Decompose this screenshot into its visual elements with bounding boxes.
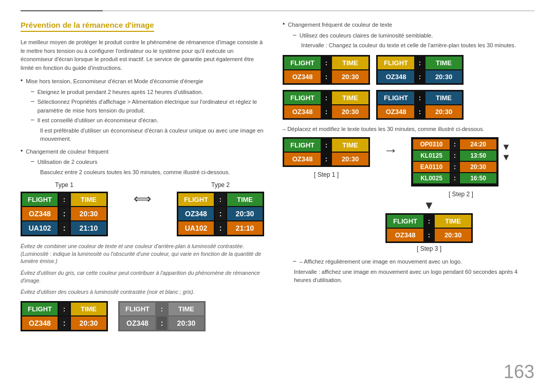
right-sub1: – Utilisez des couleurs claires de lumin… xyxy=(293,31,534,40)
bottom-boards: FLIGHT : TIME OZ348 : 20:30 FLIGHT : xyxy=(21,301,267,331)
arrow-down-1: ▼ xyxy=(502,142,511,152)
board1-header: FLIGHT : TIME xyxy=(22,193,106,206)
top-border xyxy=(21,10,534,11)
bmr-r1l: OZ348 xyxy=(378,105,414,118)
step3-label: [ Step 3 ] xyxy=(417,245,441,252)
bmr-hr: TIME xyxy=(425,91,462,104)
step-area: FLIGHT : TIME OZ348 : 20:30 [ Step 1 ] → xyxy=(283,137,534,198)
board2-row2-colon: : xyxy=(215,221,226,235)
bb1-row1-colon: : xyxy=(59,316,69,330)
bullet-section-2: • Changement de couleur fréquent – Utili… xyxy=(21,147,267,177)
board1-row2: UA102 : 21:10 xyxy=(22,221,106,235)
type2-label: Type 2 xyxy=(211,181,230,189)
scr4-c: : xyxy=(451,173,459,183)
bmr-r1c: : xyxy=(415,105,424,118)
bml-r1l: OZ348 xyxy=(284,105,321,118)
board1: FLIGHT : TIME OZ348 : 20:30 UA102 : xyxy=(21,192,108,236)
arrow-down-2: ▼ xyxy=(502,153,511,162)
board1-row2-right: 21:10 xyxy=(71,221,106,235)
board2: FLIGHT : TIME OZ348 : 20:30 UA102 : xyxy=(177,192,264,236)
bottom-notes: – – Affichez régulièrement une image en … xyxy=(283,257,534,285)
bml-r1r: 20:30 xyxy=(332,105,368,118)
btl-r1c: : xyxy=(322,70,331,83)
btr-r1r: 20:30 xyxy=(425,70,462,83)
board-ml-header: FLIGHT : TIME xyxy=(284,91,368,104)
right-bullet1: • Changement fréquent de couleur de text… xyxy=(283,21,534,29)
board2-header-left: FLIGHT xyxy=(178,193,214,206)
board-mr-header: FLIGHT : TIME xyxy=(378,91,462,104)
board2-row1-left: OZ348 xyxy=(178,207,214,220)
bullet2-text: Changement de couleur fréquent xyxy=(26,147,108,156)
s1-r1c: : xyxy=(322,153,331,165)
right-bullet1-text: Changement fréquent de couleur de texte xyxy=(288,21,392,29)
bmr-r1r: 20:30 xyxy=(425,105,462,118)
bb1-row1-left: OZ348 xyxy=(22,316,58,330)
scr2-c: : xyxy=(451,151,459,161)
btr-r1l: OZ348 xyxy=(378,70,414,83)
s1-r1r: 20:30 xyxy=(332,153,368,165)
bottom-board1: FLIGHT : TIME OZ348 : 20:30 xyxy=(21,301,108,331)
board-ml-row1: OZ348 : 20:30 xyxy=(284,105,368,118)
right-sub1-text: Utilisez des couleurs claires de luminos… xyxy=(300,31,433,40)
scr1-r: 24:20 xyxy=(460,139,496,150)
bottom-board2-row1: OZ348 : 20:30 xyxy=(120,316,204,330)
step1-board-row1: OZ348 : 20:30 xyxy=(284,153,368,165)
step-arrow-right: → xyxy=(380,142,401,159)
step1-board: FLIGHT : TIME OZ348 : 20:30 xyxy=(283,137,370,167)
scr1-l: OP0310 xyxy=(413,139,450,150)
italic2: Évitez d'utiliser du gris, car cette cou… xyxy=(21,269,267,284)
board2-row1-colon: : xyxy=(215,207,226,220)
dash1-text: Eteignez le produit pendant 2 heures apr… xyxy=(38,88,203,97)
board-tl: FLIGHT : TIME OZ348 : 20:30 xyxy=(283,55,370,85)
scr3-r: 20:30 xyxy=(460,162,496,172)
board1-header-left: FLIGHT xyxy=(22,193,58,206)
italic1: Évitez de combiner une couleur de texte … xyxy=(21,242,267,265)
step2-col: OP0310 : 24:20 KL0125 : 13:50 xyxy=(411,137,511,198)
btl-hr: TIME xyxy=(332,57,368,69)
board2-row2-right: 21:10 xyxy=(227,221,263,235)
step3-board-row1: OZ348 : 20:30 xyxy=(387,229,471,241)
bb2-header-left: FLIGHT xyxy=(120,303,155,315)
btl-hc: : xyxy=(322,57,331,69)
s3-hc: : xyxy=(424,215,434,228)
bml-hc: : xyxy=(322,91,331,104)
step1-col: FLIGHT : TIME OZ348 : 20:30 [ Step 1 ] xyxy=(283,137,370,178)
btl-r1l: OZ348 xyxy=(284,70,321,83)
dash2-text: Sélectionnez Propriétés d'affichage > Al… xyxy=(38,98,267,115)
scroll-row4: KL0025 : 16:50 xyxy=(413,173,496,183)
board2-header-colon: : xyxy=(215,193,226,206)
bottom-note2-text: Intervalle : affichez une image en mouve… xyxy=(294,269,517,284)
bullet-item-1: • Mise hors tension, Economiseur d'écran… xyxy=(21,77,267,86)
bb2-header-right: TIME xyxy=(169,303,204,315)
dash4-text: Il est préférable d'utiliser un économis… xyxy=(40,126,267,143)
step1-label: [ Step 1 ] xyxy=(314,171,339,178)
board2-row2: UA102 : 21:10 xyxy=(178,221,263,235)
scr1-c: : xyxy=(451,139,459,150)
bmr-hl: FLIGHT xyxy=(378,91,414,104)
bb2-row1-right: 20:30 xyxy=(169,316,204,330)
bullet-item-2: • Changement de couleur fréquent xyxy=(21,147,267,156)
bottom-board2: FLIGHT : TIME OZ348 : 20:30 xyxy=(118,301,206,331)
dash-item-4: Il est préférable d'utiliser un économis… xyxy=(31,126,267,143)
dash-item-3: – Il est conseillé d'utiliser un économi… xyxy=(31,116,267,125)
board-tr-row1: OZ348 : 20:30 xyxy=(378,70,462,83)
scr2-r: 13:50 xyxy=(460,151,496,161)
board2-row2-left: UA102 xyxy=(178,221,214,235)
s1-r1l: OZ348 xyxy=(284,153,321,165)
bullet-section-1: • Mise hors tension, Economiseur d'écran… xyxy=(21,77,267,143)
scr3-c: : xyxy=(451,162,459,172)
bmr-hc: : xyxy=(415,91,424,104)
bottom-board2-header: FLIGHT : TIME xyxy=(120,303,204,315)
bb1-header-right: TIME xyxy=(71,303,106,315)
board2-header-right: TIME xyxy=(227,193,263,206)
s3-r1l: OZ348 xyxy=(387,229,423,241)
section-title: Prévention de la rémanence d'image xyxy=(21,21,154,32)
type1-block: Type 1 FLIGHT : TIME OZ348 : 20:30 xyxy=(21,181,108,236)
types-row: Type 1 FLIGHT : TIME OZ348 : 20:30 xyxy=(21,181,267,236)
btr-hc: : xyxy=(415,57,424,69)
board-mr: FLIGHT : TIME OZ348 : 20:30 xyxy=(376,90,464,120)
step2-inner: OP0310 : 24:20 KL0125 : 13:50 xyxy=(411,137,511,186)
board1-row1: OZ348 : 20:30 xyxy=(22,207,106,220)
page-number: 163 xyxy=(504,361,534,383)
bml-hr: TIME xyxy=(332,91,368,104)
